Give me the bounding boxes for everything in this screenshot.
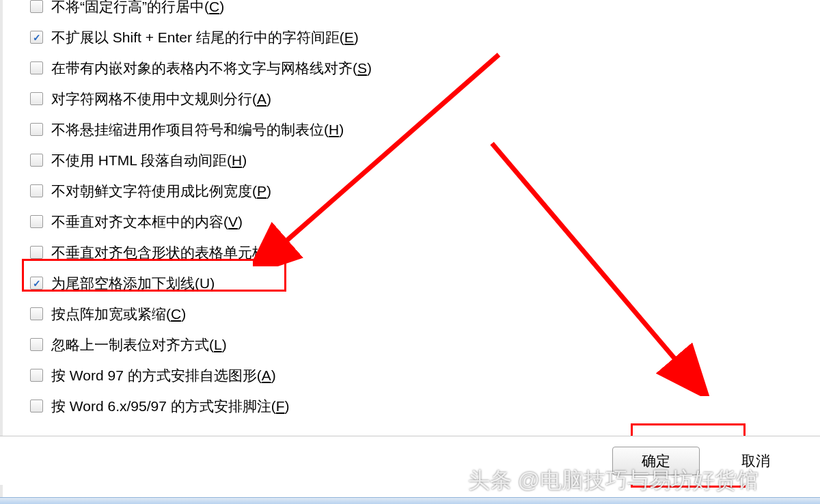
- option-checkbox[interactable]: [30, 61, 43, 74]
- option-row: 按 Word 97 的方式安排自选图形(A): [30, 360, 820, 391]
- option-label: 不使用 HTML 段落自动间距(H): [51, 151, 247, 170]
- options-list: 不将“固定行高”的行居中(C)不扩展以 Shift + Enter 结尾的行中的…: [0, 0, 820, 428]
- option-checkbox[interactable]: [30, 400, 43, 412]
- option-row: 不扩展以 Shift + Enter 结尾的行中的字符间距(E): [30, 22, 820, 53]
- option-row: 不垂直对齐包含形状的表格单元格(V): [30, 237, 820, 268]
- option-checkbox[interactable]: [30, 92, 43, 105]
- option-row: 不将“固定行高”的行居中(C): [30, 0, 820, 22]
- option-label: 对字符网格不使用中文规则分行(A): [51, 89, 271, 109]
- option-label: 不将悬挂缩进用作项目符号和编号的制表位(H): [51, 120, 344, 139]
- option-checkbox[interactable]: [30, 154, 43, 167]
- option-checkbox[interactable]: [30, 0, 43, 13]
- window-left-edge: [0, 0, 3, 504]
- option-label: 按点阵加宽或紧缩(C): [51, 305, 186, 324]
- option-label: 不对朝鲜文字符使用成比例宽度(P): [51, 182, 271, 201]
- option-checkbox[interactable]: [30, 369, 43, 382]
- option-label: 不扩展以 Shift + Enter 结尾的行中的字符间距(E): [51, 28, 359, 47]
- option-label: 不将“固定行高”的行居中(C): [51, 0, 224, 16]
- option-checkbox[interactable]: [30, 184, 43, 197]
- ok-button[interactable]: 确定: [612, 447, 700, 475]
- option-row: 用原始宽度安排表格(T): [30, 421, 820, 428]
- option-row: 不垂直对齐文本框中的内容(V): [30, 206, 820, 237]
- option-label: 用原始宽度安排表格(T): [51, 428, 199, 429]
- window-bottom-chrome: [0, 497, 820, 504]
- option-row: 不将悬挂缩进用作项目符号和编号的制表位(H): [30, 114, 820, 145]
- option-checkbox[interactable]: [30, 215, 43, 228]
- option-label: 按 Word 6.x/95/97 的方式安排脚注(F): [51, 397, 290, 416]
- option-checkbox[interactable]: [30, 123, 43, 136]
- option-row: 按点阵加宽或紧缩(C): [30, 298, 820, 329]
- option-row: 忽略上一制表位对齐方式(L): [30, 329, 820, 360]
- option-row: 在带有内嵌对象的表格内不将文字与网格线对齐(S): [30, 53, 820, 83]
- option-row: 按 Word 6.x/95/97 的方式安排脚注(F): [30, 391, 820, 421]
- option-row: 为尾部空格添加下划线(U): [30, 268, 820, 298]
- option-checkbox[interactable]: [30, 277, 43, 290]
- option-checkbox[interactable]: [30, 31, 43, 44]
- option-row: 不使用 HTML 段落自动间距(H): [30, 145, 820, 176]
- option-checkbox[interactable]: [30, 246, 43, 259]
- option-label: 不垂直对齐文本框中的内容(V): [51, 212, 243, 232]
- option-checkbox[interactable]: [30, 307, 43, 320]
- option-label: 在带有内嵌对象的表格内不将文字与网格线对齐(S): [51, 59, 372, 78]
- dialog-button-bar: 确定 取消: [0, 436, 820, 485]
- option-label: 忽略上一制表位对齐方式(L): [51, 335, 227, 354]
- option-label: 不垂直对齐包含形状的表格单元格(V): [51, 243, 286, 262]
- cancel-button[interactable]: 取消: [712, 447, 800, 475]
- option-label: 为尾部空格添加下划线(U): [51, 274, 215, 293]
- option-checkbox[interactable]: [30, 338, 43, 351]
- option-row: 不对朝鲜文字符使用成比例宽度(P): [30, 176, 820, 206]
- option-label: 按 Word 97 的方式安排自选图形(A): [51, 366, 276, 385]
- option-row: 对字符网格不使用中文规则分行(A): [30, 83, 820, 114]
